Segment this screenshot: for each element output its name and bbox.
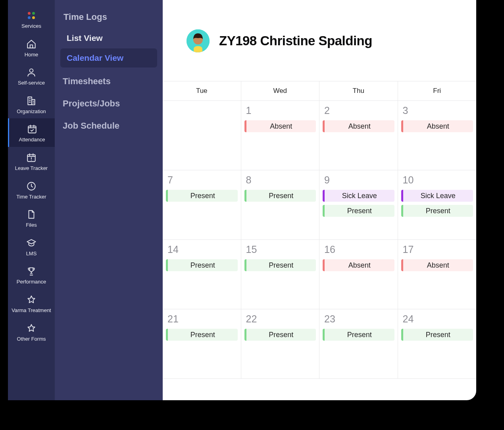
nav-label: LMS [26, 251, 37, 257]
date-number: 22 [244, 313, 316, 325]
nav-label: Time Tracker [16, 194, 46, 200]
status-badge-absent: Absent [401, 259, 473, 271]
calendar-cell[interactable]: 16Absent [319, 240, 398, 309]
calendar-cell[interactable] [163, 101, 241, 170]
nav-leave[interactable]: Leave Tracker [8, 147, 55, 175]
nav-label: Varma Treatment [12, 307, 51, 314]
status-badge-absent: Absent [401, 120, 473, 132]
date-number: 7 [166, 174, 238, 186]
nav-label: Performance [17, 279, 46, 285]
date-number: 23 [323, 313, 394, 325]
date-number: 10 [401, 174, 473, 186]
nav-files[interactable]: Files [8, 204, 55, 232]
date-number: 2 [323, 105, 394, 116]
star-icon [26, 323, 37, 334]
status-badge-present: Present [244, 190, 316, 202]
calendar-cell[interactable]: 7Present [163, 170, 241, 240]
nav-label: Other Forms [17, 336, 46, 342]
calendar-alert-icon [26, 152, 37, 163]
status-badge-absent: Absent [323, 259, 394, 271]
nav-label: Self-service [18, 80, 45, 86]
nav-attendance[interactable]: Attendance [8, 118, 55, 147]
svg-rect-3 [28, 126, 36, 133]
calendar-row: 7Present8Present9Sick LeavePresent10Sick… [163, 170, 476, 240]
status-badge-present: Present [401, 205, 473, 217]
day-header: Wed [241, 81, 320, 101]
nav-time[interactable]: Time Tracker [8, 175, 55, 204]
status-badge-present: Present [166, 190, 238, 202]
status-badge-sick: Sick Leave [401, 190, 473, 202]
home-icon [26, 39, 37, 49]
user-header: ZY198 Christine Spalding [163, 0, 476, 81]
status-badge-sick: Sick Leave [323, 190, 394, 202]
calendar-cell[interactable]: 21Present [163, 309, 241, 379]
nav-varma[interactable]: Varma Treatment [8, 289, 55, 318]
status-badge-present: Present [166, 329, 238, 341]
status-badge-present: Present [166, 259, 238, 271]
calendar-cell[interactable]: 10Sick LeavePresent [398, 170, 477, 240]
svg-rect-1 [28, 97, 32, 105]
user-icon [26, 67, 37, 77]
calendar-cell[interactable]: 14Present [163, 240, 241, 309]
day-header: Fri [398, 81, 477, 101]
sub-section-timesheets[interactable]: Timesheets [60, 68, 157, 91]
trophy-icon [26, 266, 37, 276]
sub-sidebar: Time Logs List ViewCalendar View Timeshe… [55, 0, 163, 400]
app-container: Services Home Self-service Organization … [8, 0, 476, 400]
nav-services[interactable]: Services [8, 5, 55, 33]
calendar-row: 21Present22Present23Present24Present [163, 309, 476, 379]
date-number: 9 [323, 174, 394, 186]
building-icon [26, 96, 37, 106]
sub-sidebar-heading: Time Logs [60, 8, 157, 28]
nav-otherforms[interactable]: Other Forms [8, 318, 55, 346]
file-icon [26, 209, 37, 220]
calendar-cell[interactable]: 17Absent [398, 240, 477, 309]
sub-item-calendar-view[interactable]: Calendar View [60, 48, 157, 67]
nav-performance[interactable]: Performance [8, 260, 55, 289]
nav-label: Files [26, 222, 37, 228]
calendar-cell[interactable]: 1Absent [241, 101, 320, 170]
date-number: 14 [166, 244, 238, 255]
status-badge-present: Present [323, 205, 394, 217]
nav-home[interactable]: Home [8, 33, 55, 62]
calendar-cell[interactable]: 3Absent [398, 101, 477, 170]
date-number: 1 [244, 105, 316, 116]
date-number: 17 [401, 244, 473, 255]
day-header: Thu [319, 81, 398, 101]
nav-label: Home [25, 52, 38, 58]
sub-section-projects-jobs[interactable]: Projects/Jobs [60, 91, 157, 113]
status-badge-present: Present [401, 329, 473, 341]
status-badge-present: Present [244, 329, 316, 341]
date-number: 15 [244, 244, 316, 255]
day-header: Tue [163, 81, 241, 101]
nav-lms[interactable]: LMS [8, 232, 55, 261]
calendar-cell[interactable]: 9Sick LeavePresent [319, 170, 398, 240]
nav-organization[interactable]: Organization [8, 90, 55, 119]
page-title: ZY198 Christine Spalding [219, 33, 372, 48]
svg-rect-2 [32, 100, 35, 105]
svg-point-0 [30, 69, 33, 73]
star-icon [26, 295, 37, 305]
date-number: 24 [401, 313, 473, 325]
calendar-cell[interactable]: 22Present [241, 309, 320, 379]
calendar-row: 1Absent2Absent3Absent [163, 101, 476, 170]
status-badge-present: Present [244, 259, 316, 271]
clock-icon [26, 181, 37, 191]
services-icon [26, 10, 37, 21]
calendar-check-icon [27, 124, 37, 134]
status-badge-absent: Absent [323, 120, 394, 132]
calendar-cell[interactable]: 23Present [319, 309, 398, 379]
nav-selfservice[interactable]: Self-service [8, 62, 55, 90]
calendar-cell[interactable]: 2Absent [319, 101, 398, 170]
grad-cap-icon [26, 238, 37, 248]
sub-item-list-view[interactable]: List View [60, 29, 157, 48]
nav-label: Leave Tracker [15, 165, 48, 172]
calendar-cell[interactable]: 15Present [241, 240, 320, 309]
calendar-cell[interactable]: 8Present [241, 170, 320, 240]
nav-label: Organization [17, 108, 46, 115]
calendar: TueWedThuFri 1Absent2Absent3Absent7Prese… [163, 81, 476, 400]
status-badge-present: Present [323, 329, 394, 341]
calendar-row: 14Present15Present16Absent17Absent [163, 240, 476, 309]
calendar-cell[interactable]: 24Present [398, 309, 477, 379]
sub-section-job-schedule[interactable]: Job Schedule [60, 113, 157, 135]
